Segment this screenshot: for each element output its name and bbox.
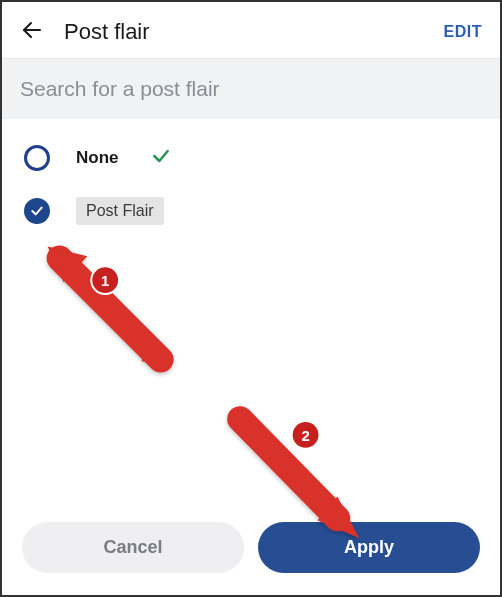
footer-actions: Cancel Apply [2,522,500,595]
cancel-button[interactable]: Cancel [22,522,244,573]
flair-list: None Post Flair [2,119,500,277]
flair-option-none[interactable]: None [24,145,478,171]
search-input[interactable] [20,77,482,101]
annotation-arrow-2 [240,419,359,538]
annotation-badge-2-label: 2 [301,428,309,444]
back-icon[interactable] [20,18,44,46]
flair-option-postflair[interactable]: Post Flair [24,197,478,225]
radio-selected-icon [24,198,50,224]
page-title: Post flair [64,19,150,45]
flair-chip: Post Flair [76,197,164,225]
flair-none-label: None [76,148,119,168]
header-left: Post flair [20,18,150,46]
edit-button[interactable]: EDIT [444,23,482,41]
apply-button[interactable]: Apply [258,522,480,573]
app-header: Post flair EDIT [2,2,500,59]
checkmark-icon [145,146,171,170]
radio-unselected-icon [24,145,50,171]
annotation-badge-2 [292,421,320,449]
search-row [2,59,500,119]
